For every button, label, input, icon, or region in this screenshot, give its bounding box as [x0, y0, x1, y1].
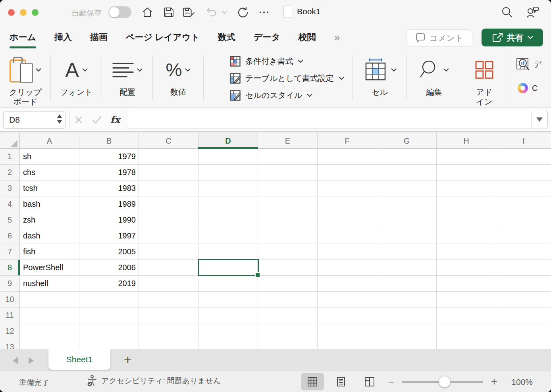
cell-styles-button[interactable]: セルのスタイル — [230, 90, 312, 101]
column-header-H[interactable]: H — [437, 133, 496, 148]
formula-bar-expand-button[interactable] — [531, 111, 547, 129]
cell-F4[interactable] — [318, 196, 377, 212]
cell-G1[interactable] — [377, 149, 437, 165]
cell-C6[interactable] — [139, 228, 198, 244]
conditional-formatting-button[interactable]: 条件付き書式 — [230, 56, 303, 67]
cell-H3[interactable] — [437, 181, 496, 196]
row-header-4[interactable]: 4 — [0, 196, 20, 212]
minimize-window-button[interactable] — [20, 9, 27, 16]
column-header-E[interactable]: E — [258, 133, 318, 148]
cell-A5[interactable]: zsh — [20, 212, 79, 228]
cell-F8[interactable] — [318, 260, 377, 276]
selected-cell-outline[interactable] — [198, 259, 259, 276]
page-break-view-button[interactable] — [358, 373, 381, 390]
cells-menu-button[interactable] — [363, 52, 397, 87]
page-layout-view-button[interactable] — [329, 373, 353, 390]
format-as-table-button[interactable]: テーブルとして書式設定 — [230, 73, 344, 84]
zoom-out-button[interactable]: − — [388, 376, 394, 388]
formula-input[interactable] — [127, 111, 531, 129]
cell-D1[interactable] — [198, 149, 258, 165]
cell-D9[interactable] — [198, 276, 258, 292]
cell-H10[interactable] — [437, 292, 496, 307]
cell-E3[interactable] — [258, 181, 318, 196]
row-header-13[interactable]: 13 — [0, 339, 20, 349]
cell-D3[interactable] — [198, 181, 258, 196]
cell-C12[interactable] — [139, 323, 198, 339]
cell-G5[interactable] — [377, 212, 437, 228]
cell-A4[interactable]: bash — [20, 196, 79, 212]
cell-F9[interactable] — [318, 276, 377, 292]
row-header-5[interactable]: 5 — [0, 212, 20, 228]
zoom-slider-thumb[interactable] — [439, 376, 451, 388]
cell-B11[interactable] — [79, 307, 139, 323]
cell-F2[interactable] — [318, 165, 377, 181]
cell-I7[interactable] — [496, 244, 551, 260]
select-all-corner[interactable] — [0, 133, 20, 148]
cell-F3[interactable] — [318, 181, 377, 196]
paste-button[interactable] — [10, 52, 41, 87]
save-as-icon[interactable] — [182, 6, 195, 19]
tab-home[interactable]: ホーム — [10, 25, 36, 50]
cell-C7[interactable] — [139, 244, 198, 260]
cell-I12[interactable] — [496, 323, 551, 339]
cell-A8[interactable]: PowerShell — [20, 260, 79, 276]
cell-I4[interactable] — [496, 196, 551, 212]
cell-D12[interactable] — [198, 323, 258, 339]
cell-E7[interactable] — [258, 244, 318, 260]
cell-B10[interactable] — [79, 292, 139, 307]
cell-A12[interactable] — [20, 323, 79, 339]
cell-C3[interactable] — [139, 181, 198, 196]
cell-B13[interactable] — [79, 339, 139, 349]
cell-D10[interactable] — [198, 292, 258, 307]
cell-C10[interactable] — [139, 292, 198, 307]
next-sheet-arrow-icon[interactable] — [29, 357, 34, 364]
cell-G13[interactable] — [377, 339, 437, 349]
row-header-9[interactable]: 9 — [0, 276, 20, 292]
confirm-entry-button[interactable] — [88, 111, 106, 129]
cell-B6[interactable]: 1997 — [79, 228, 139, 244]
column-header-A[interactable]: A — [20, 133, 79, 148]
column-header-G[interactable]: G — [377, 133, 437, 148]
cell-A3[interactable]: tcsh — [20, 181, 79, 196]
row-header-12[interactable]: 12 — [0, 323, 20, 339]
cell-D2[interactable] — [198, 165, 258, 181]
cell-B4[interactable]: 1989 — [79, 196, 139, 212]
column-header-I[interactable]: I — [496, 133, 551, 148]
undo-menu-chevron-icon[interactable] — [221, 6, 228, 19]
zoom-in-button[interactable]: + — [491, 376, 497, 388]
cell-G4[interactable] — [377, 196, 437, 212]
cell-D6[interactable] — [198, 228, 258, 244]
cell-D7[interactable] — [198, 244, 258, 260]
cell-A13[interactable] — [20, 339, 79, 349]
cell-D5[interactable] — [198, 212, 258, 228]
copilot-button[interactable]: C — [518, 83, 538, 93]
prev-sheet-arrow-icon[interactable] — [13, 357, 18, 364]
tab-formulas[interactable]: 数式 — [218, 25, 235, 50]
cell-F6[interactable] — [318, 228, 377, 244]
cell-H8[interactable] — [437, 260, 496, 276]
cell-G2[interactable] — [377, 165, 437, 181]
cell-G8[interactable] — [377, 260, 437, 276]
analyze-data-button[interactable]: デ — [516, 57, 541, 71]
row-header-7[interactable]: 7 — [0, 244, 20, 260]
row-header-6[interactable]: 6 — [0, 228, 20, 244]
cell-I1[interactable] — [496, 149, 551, 165]
home-icon[interactable] — [141, 6, 154, 19]
cell-D11[interactable] — [198, 307, 258, 323]
cell-G3[interactable] — [377, 181, 437, 196]
cell-A7[interactable]: fish — [20, 244, 79, 260]
font-menu-button[interactable]: A — [65, 52, 88, 87]
cell-D13[interactable] — [198, 339, 258, 349]
sheet-tab-sheet1[interactable]: Sheet1 — [48, 349, 110, 370]
cell-B9[interactable]: 2019 — [79, 276, 139, 292]
cell-G10[interactable] — [377, 292, 437, 307]
comments-button[interactable]: コメント — [406, 29, 472, 47]
cell-F12[interactable] — [318, 323, 377, 339]
cell-E10[interactable] — [258, 292, 318, 307]
cell-H4[interactable] — [437, 196, 496, 212]
cell-B8[interactable]: 2006 — [79, 260, 139, 276]
row-header-10[interactable]: 10 — [0, 292, 20, 307]
cell-A11[interactable] — [20, 307, 79, 323]
cell-H1[interactable] — [437, 149, 496, 165]
cell-I5[interactable] — [496, 212, 551, 228]
